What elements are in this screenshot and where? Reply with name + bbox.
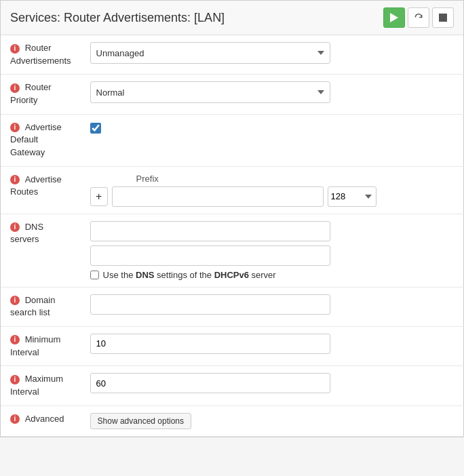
routes-input-row: + 128 64 48 32 xyxy=(90,186,464,207)
maximum-interval-input[interactable]: 60 xyxy=(90,373,330,393)
advertise-routes-info-icon: i xyxy=(10,175,20,184)
header-actions xyxy=(383,7,454,28)
advanced-row: i Advanced Show advanced options xyxy=(1,405,464,436)
dns-dhcpv6-label: Use the DNS settings of the DHCPv6 serve… xyxy=(103,270,276,280)
prefix-input[interactable] xyxy=(112,186,324,207)
svg-marker-0 xyxy=(390,13,398,22)
minimum-interval-row: i Minimum Interval 10 xyxy=(1,326,464,365)
advanced-label: Advanced xyxy=(25,414,64,424)
minimum-interval-field: 10 xyxy=(81,326,464,365)
page-wrapper: Services: Router Advertisements: [LAN] i… xyxy=(0,0,464,437)
dns-server-input-2[interactable] xyxy=(90,245,330,266)
dns-servers-info-icon: i xyxy=(10,222,20,232)
router-priority-field: Normal High Low xyxy=(81,75,464,114)
length-select[interactable]: 128 64 48 32 xyxy=(328,186,376,207)
router-priority-select[interactable]: Normal High Low xyxy=(90,81,330,103)
dns-servers-field: Use the DNS settings of the DHCPv6 serve… xyxy=(81,214,464,287)
router-priority-label-cell: i Router Priority xyxy=(1,75,81,114)
maximum-interval-label-cell: i Maximum Interval xyxy=(1,366,81,405)
dns-dhcpv6-checkbox[interactable] xyxy=(90,271,99,279)
advertise-routes-row: i Advertise Routes Prefix Length + 128 6… xyxy=(1,166,464,214)
minimum-interval-info-icon: i xyxy=(10,335,20,344)
domain-search-list-row: i Domain search list xyxy=(1,287,464,326)
dns-dhcpv6-row: Use the DNS settings of the DHCPv6 serve… xyxy=(90,270,464,280)
domain-search-list-input[interactable] xyxy=(90,294,330,315)
dns-servers-label-cell: i DNS servers xyxy=(1,214,81,287)
minimum-interval-label-cell: i Minimum Interval xyxy=(1,326,81,365)
dns-server-input-1[interactable] xyxy=(90,221,330,241)
router-advertisements-field: Unmanaged Managed Assisted Stateless Dis… xyxy=(81,35,464,75)
advertise-gateway-label-cell: i Advertise Default Gateway xyxy=(1,114,81,166)
advertise-gateway-row: i Advertise Default Gateway xyxy=(1,114,464,166)
stop-button[interactable] xyxy=(432,7,454,28)
maximum-interval-row: i Maximum Interval 60 xyxy=(1,366,464,405)
domain-search-list-field xyxy=(81,287,464,326)
form-table: i Router Advertisements Unmanaged Manage… xyxy=(1,35,464,437)
page-title: Services: Router Advertisements: [LAN] xyxy=(10,11,225,25)
maximum-interval-info-icon: i xyxy=(10,375,20,384)
play-button[interactable] xyxy=(383,7,405,28)
show-advanced-button[interactable]: Show advanced options xyxy=(90,413,191,429)
router-priority-info-icon: i xyxy=(10,83,20,93)
domain-search-list-info-icon: i xyxy=(10,296,20,305)
router-priority-row: i Router Priority Normal High Low xyxy=(1,75,464,114)
domain-search-list-label-cell: i Domain search list xyxy=(1,287,81,326)
advertise-gateway-field xyxy=(81,114,464,166)
dns-servers-row: i DNS servers Use the DNS settings of th… xyxy=(1,214,464,287)
advertise-gateway-info-icon: i xyxy=(10,123,20,132)
router-advertisements-row: i Router Advertisements Unmanaged Manage… xyxy=(1,35,464,75)
advanced-info-icon: i xyxy=(10,414,20,424)
reload-button[interactable] xyxy=(408,7,429,28)
router-advertisements-select[interactable]: Unmanaged Managed Assisted Stateless Dis… xyxy=(90,42,330,64)
advanced-label-cell: i Advanced xyxy=(1,405,81,436)
maximum-interval-field: 60 xyxy=(81,366,464,405)
add-route-button[interactable]: + xyxy=(90,187,108,206)
advertise-routes-field: Prefix Length + 128 64 48 32 xyxy=(81,166,464,214)
svg-rect-1 xyxy=(439,14,447,22)
prefix-column-label: Prefix xyxy=(136,174,381,184)
page-header: Services: Router Advertisements: [LAN] xyxy=(1,1,463,35)
dns-bold-text: DNS xyxy=(136,270,154,280)
advertise-routes-label-cell: i Advertise Routes xyxy=(1,166,81,214)
router-advertisements-info-icon: i xyxy=(10,44,20,54)
stop-icon xyxy=(439,14,447,22)
advanced-field: Show advanced options xyxy=(81,405,464,436)
routes-columns: Prefix Length xyxy=(90,174,464,184)
router-advertisements-label-cell: i Router Advertisements xyxy=(1,35,81,75)
advertise-gateway-checkbox[interactable] xyxy=(90,123,101,134)
reload-icon xyxy=(414,13,423,22)
minimum-interval-input[interactable]: 10 xyxy=(90,334,330,354)
play-icon xyxy=(390,13,398,22)
dhcpv6-bold-text: DHCPv6 xyxy=(214,270,249,280)
